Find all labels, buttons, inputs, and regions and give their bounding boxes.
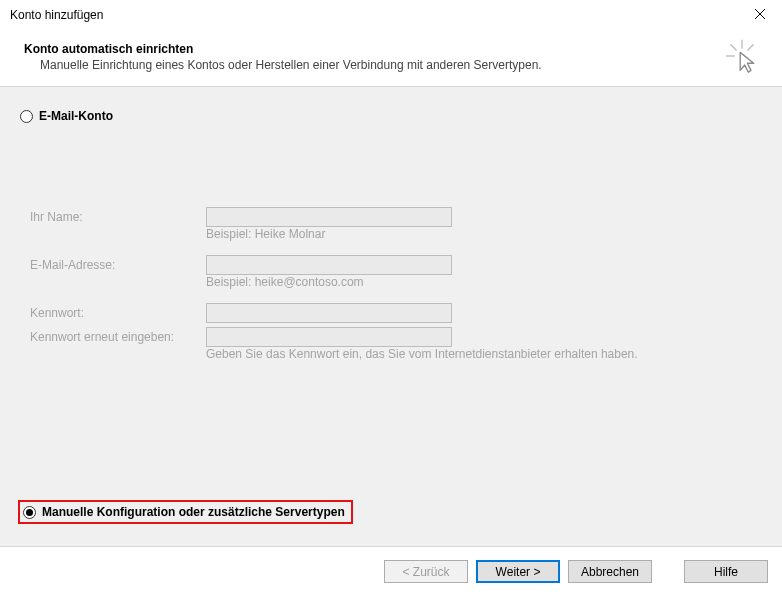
input-email: [206, 255, 452, 275]
row-email: E-Mail-Adresse:: [30, 255, 762, 275]
highlight-box: Manuelle Konfiguration oder zusätzliche …: [18, 500, 353, 524]
wizard-heading: Konto automatisch einrichten: [24, 42, 770, 56]
titlebar: Konto hinzufügen: [0, 0, 782, 28]
input-password2: [206, 327, 452, 347]
radio-email-label: E-Mail-Konto: [39, 109, 113, 123]
svg-line-4: [730, 44, 736, 50]
wizard-subheading: Manuelle Einrichtung eines Kontos oder H…: [24, 58, 770, 72]
label-name: Ihr Name:: [30, 210, 206, 224]
cursor-decoration-icon: [724, 38, 760, 74]
radio-icon: [23, 506, 36, 519]
close-icon: [754, 8, 766, 20]
row-password2: Kennwort erneut eingeben:: [30, 327, 762, 347]
svg-line-5: [747, 44, 753, 50]
back-button: < Zurück: [384, 560, 468, 583]
label-email: E-Mail-Adresse:: [30, 258, 206, 272]
label-password: Kennwort:: [30, 306, 206, 320]
hint-email: Beispiel: heike@contoso.com: [206, 275, 762, 289]
cancel-button[interactable]: Abbrechen: [568, 560, 652, 583]
close-button[interactable]: [748, 8, 772, 22]
wizard-header: Konto automatisch einrichten Manuelle Ei…: [0, 28, 782, 84]
window-title: Konto hinzufügen: [10, 8, 103, 22]
row-name: Ihr Name:: [30, 207, 762, 227]
radio-manual-label: Manuelle Konfiguration oder zusätzliche …: [42, 505, 345, 519]
input-name: [206, 207, 452, 227]
wizard-button-bar: < Zurück Weiter > Abbrechen Hilfe: [0, 546, 782, 596]
hint-password: Geben Sie das Kennwort ein, das Sie vom …: [206, 347, 762, 361]
wizard-content: E-Mail-Konto Ihr Name: Beispiel: Heike M…: [0, 87, 782, 546]
account-form: Ihr Name: Beispiel: Heike Molnar E-Mail-…: [30, 207, 762, 361]
hint-name: Beispiel: Heike Molnar: [206, 227, 762, 241]
radio-manual-config[interactable]: Manuelle Konfiguration oder zusätzliche …: [23, 505, 345, 519]
radio-icon: [20, 110, 33, 123]
help-button[interactable]: Hilfe: [684, 560, 768, 583]
radio-email-account[interactable]: E-Mail-Konto: [20, 109, 762, 123]
row-password: Kennwort:: [30, 303, 762, 323]
input-password: [206, 303, 452, 323]
label-password2: Kennwort erneut eingeben:: [30, 330, 206, 344]
next-button[interactable]: Weiter >: [476, 560, 560, 583]
